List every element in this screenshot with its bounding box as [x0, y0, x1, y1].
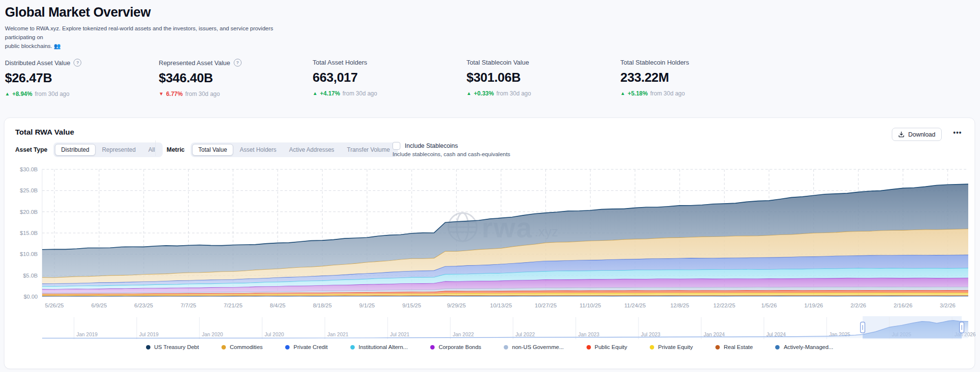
asset-type-option-represented[interactable]: Represented	[96, 144, 142, 156]
legend-item-non-us-governme[interactable]: non-US Governme...	[504, 344, 564, 350]
down-arrow-icon: ▼	[159, 92, 164, 96]
total-rwa-value-chart: $0.00$5.0B$10.0B$15.0B$20.0B$25.0B$30.0B…	[4, 164, 976, 347]
timeline-label: Jul 2022	[515, 331, 535, 337]
chart-plot-area[interactable]	[42, 169, 968, 297]
legend-dot-corporate-bonds	[430, 345, 435, 349]
stat-change-suffix: from 30d ago	[343, 90, 377, 97]
x-axis-label: 9/29/25	[447, 302, 466, 308]
metric-option-active-addresses[interactable]: Active Addresses	[283, 144, 341, 156]
legend-label: Real Estate	[724, 344, 753, 350]
page-header: Global Market Overview Welcome to RWA.xy…	[5, 5, 279, 50]
x-axis-label: 8/4/25	[270, 302, 286, 308]
legend-label: Institutional Altern...	[359, 344, 408, 350]
stat-change-pct: +0.33%	[474, 90, 494, 97]
include-stablecoins-checkbox[interactable]	[392, 142, 400, 150]
legend-item-real-estate[interactable]: Real Estate	[715, 344, 753, 350]
page-subtitle: Welcome to RWA.xyz. Explore tokenized re…	[5, 24, 279, 50]
stat-change: ▲ +8.94% from 30d ago	[5, 91, 159, 97]
x-axis-label: 5/26/25	[45, 302, 64, 308]
stat-change-pct: +8.94%	[12, 91, 32, 97]
legend-item-actively-managed[interactable]: Actively-Managed...	[775, 344, 833, 350]
x-axis-label: 10/13/25	[490, 302, 512, 308]
stat-change-pct: 6.77%	[166, 91, 183, 97]
stat-total-asset-holders: Total Asset Holders 663,017 ▲ +4.17% fro…	[313, 59, 466, 97]
x-axis-label: 6/23/25	[134, 302, 153, 308]
y-axis-label: $30.0B	[20, 166, 38, 172]
y-axis-label: $0.00	[24, 294, 38, 300]
page-subtitle-line2: public blockchains. 👥	[5, 42, 279, 51]
stat-label: Distributed Asset Value	[5, 59, 70, 67]
stat-change-suffix: from 30d ago	[185, 91, 220, 97]
stat-change: ▲ +0.33% from 30d ago	[466, 90, 620, 97]
metric-option-asset-holders[interactable]: Asset Holders	[233, 144, 283, 156]
stats-row: Distributed Asset Value ? $26.47B ▲ +8.9…	[5, 59, 774, 97]
download-icon	[898, 131, 905, 138]
total-rwa-value-panel: Total RWA Value Download ••• Asset Type …	[4, 117, 975, 369]
x-axis-label: 12/22/25	[713, 302, 735, 308]
panel-title: Total RWA Value	[15, 128, 74, 137]
stat-distributed-asset-value: Distributed Asset Value ? $26.47B ▲ +8.9…	[5, 59, 159, 97]
up-arrow-icon: ▲	[466, 91, 471, 96]
legend-label: Private Credit	[294, 344, 328, 350]
up-arrow-icon: ▲	[620, 91, 625, 96]
timeline-label: Jan 2020	[202, 331, 223, 337]
x-axis-label: 9/15/25	[402, 302, 421, 308]
download-label: Download	[908, 131, 935, 138]
legend-dot-commodities	[221, 345, 226, 349]
stat-change-suffix: from 30d ago	[496, 90, 531, 97]
timeline-label: Jan 2021	[327, 331, 348, 337]
include-stablecoins-group: Include Stablecoins Include stablecoins,…	[392, 142, 510, 157]
stat-value: $346.40B	[159, 70, 313, 86]
stat-value: 663,017	[313, 70, 466, 85]
asset-type-label: Asset Type	[15, 146, 48, 153]
metric-option-total-value[interactable]: Total Value	[192, 144, 233, 156]
page-subtitle-line1: Welcome to RWA.xyz. Explore tokenized re…	[5, 24, 279, 42]
stat-label: Total Asset Holders	[313, 59, 367, 66]
stat-label: Total Stablecoin Value	[466, 59, 529, 66]
x-axis-label: 7/21/25	[223, 302, 242, 308]
x-axis-label: 1/19/26	[804, 302, 823, 308]
legend-item-private-credit[interactable]: Private Credit	[285, 344, 328, 350]
x-axis-label: 11/10/25	[580, 302, 601, 308]
include-stablecoins-sublabel: Include stablecoins, cash and cash-equiv…	[392, 151, 510, 157]
legend-item-institutional-altern[interactable]: Institutional Altern...	[350, 344, 408, 350]
legend-dot-non-us-governme	[504, 345, 508, 349]
include-stablecoins-label: Include Stablecoins	[405, 142, 458, 149]
timeline-label: Jan 2022	[453, 331, 474, 337]
y-axis-label: $15.0B	[20, 230, 38, 236]
stat-value: 233.22M	[620, 70, 774, 85]
timeline-label: Jul 2020	[265, 331, 284, 337]
legend-item-commodities[interactable]: Commodities	[221, 344, 263, 350]
help-icon[interactable]: ?	[74, 59, 81, 67]
stat-change-suffix: from 30d ago	[35, 91, 70, 97]
up-arrow-icon: ▲	[5, 92, 10, 96]
asset-type-option-distributed[interactable]: Distributed	[55, 144, 96, 156]
more-menu-icon[interactable]: •••	[953, 129, 962, 137]
legend-item-private-equity[interactable]: Private Equity	[650, 344, 693, 350]
legend-item-public-equity[interactable]: Public Equity	[587, 344, 627, 350]
legend-item-corporate-bonds[interactable]: Corporate Bonds	[430, 344, 481, 350]
download-button[interactable]: Download	[892, 128, 942, 141]
y-axis-label: $5.0B	[23, 273, 38, 279]
legend-item-us-treasury-debt[interactable]: US Treasury Debt	[146, 344, 199, 350]
stat-change: ▼ 6.77% from 30d ago	[159, 91, 313, 97]
help-icon[interactable]: ?	[234, 59, 242, 67]
legend-label: Public Equity	[595, 344, 627, 350]
x-axis-label: 9/1/25	[359, 302, 375, 308]
x-axis-label: 8/18/25	[313, 302, 332, 308]
legend-dot-private-equity	[650, 345, 654, 349]
legend-dot-real-estate	[715, 345, 720, 349]
controls-divider	[155, 140, 156, 156]
metric-option-transfer-volume[interactable]: Transfer Volume	[341, 144, 396, 156]
metric-control: Metric Total Value Asset Holders Active …	[167, 142, 398, 157]
legend-dot-institutional-altern	[350, 345, 355, 349]
legend-label: non-US Governme...	[512, 344, 564, 350]
timeline-label: Jul 2023	[641, 331, 661, 337]
stat-change-suffix: from 30d ago	[650, 90, 685, 97]
metric-segmented: Total Value Asset Holders Active Address…	[191, 142, 398, 157]
stat-change: ▲ +5.18% from 30d ago	[620, 90, 774, 97]
stat-total-stablecoin-value: Total Stablecoin Value $301.06B ▲ +0.33%…	[466, 59, 620, 97]
stat-change-pct: +4.17%	[320, 90, 340, 97]
asset-type-option-all[interactable]: All	[142, 144, 161, 156]
legend-label: Corporate Bonds	[439, 344, 481, 350]
